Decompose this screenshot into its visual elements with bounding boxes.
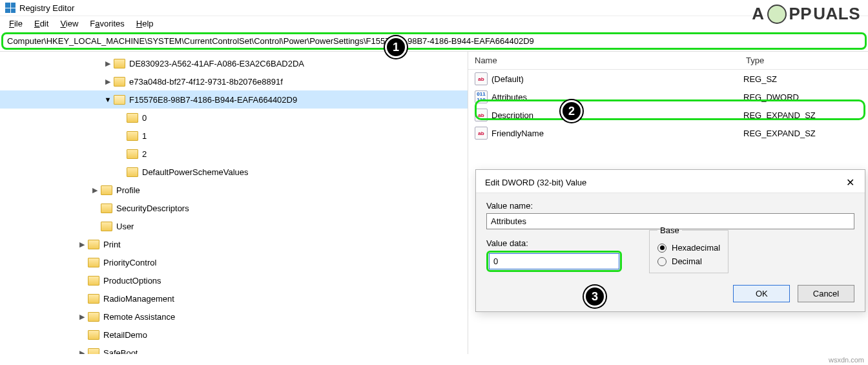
list-row[interactable]: ab FriendlyName REG_EXPAND_SZ	[468, 124, 868, 142]
folder-icon	[88, 240, 99, 249]
tree-item[interactable]: ▶ SafeBoot	[0, 344, 468, 354]
list-row[interactable]: ab (Default) REG_SZ	[468, 70, 868, 88]
tree-item-selected[interactable]: ▼ F15576E8-98B7-4186-B944-EAFA664402D9	[0, 90, 468, 109]
chevron-right-icon[interactable]: ▶	[78, 240, 87, 249]
window-title: Registry Editor	[19, 3, 74, 13]
annotation-badge-3: 3	[584, 286, 606, 308]
tree-item[interactable]: ▶ e73a048d-bf27-4f12-9731-8b2076e8891f	[0, 72, 468, 90]
string-value-icon: ab	[475, 72, 488, 85]
tree-pane[interactable]: ▶ DE830923-A562-41AF-A086-E3A2C6BAD2DA ▶…	[0, 52, 468, 354]
tree-label: DE830923-A562-41AF-A086-E3A2C6BAD2DA	[129, 59, 309, 68]
tree-label: User	[116, 222, 139, 231]
tree-label: RadioManagement	[103, 294, 180, 304]
tree-item[interactable]: ▶ Profile	[0, 181, 468, 199]
folder-icon	[127, 113, 138, 123]
tree-item[interactable]: ProductOptions	[0, 271, 468, 289]
folder-icon	[101, 222, 112, 231]
list-row-attributes[interactable]: 011110 Attributes REG_DWORD	[468, 88, 868, 106]
radio-dec-label: Decimal	[672, 256, 702, 266]
tree-label: PriorityControl	[103, 258, 161, 267]
chevron-right-icon[interactable]: ▶	[90, 186, 99, 194]
string-value-icon: ab	[475, 109, 488, 121]
value-type: REG_EXPAND_SZ	[743, 110, 868, 120]
folder-icon	[114, 77, 125, 87]
base-group: Base Hexadecimal Decimal	[649, 225, 728, 273]
list-row[interactable]: ab Description REG_EXPAND_SZ	[468, 106, 868, 124]
value-name: FriendlyName	[491, 129, 743, 138]
value-type: REG_EXPAND_SZ	[743, 129, 868, 138]
tree-label: SafeBoot	[103, 348, 143, 355]
folder-icon	[88, 312, 99, 322]
address-bar[interactable]: Computer\HKEY_LOCAL_MACHINE\SYSTEM\Curre…	[1, 32, 867, 50]
folder-icon	[88, 258, 99, 267]
watermark: wsxdn.com	[829, 356, 864, 364]
annotation-badge-1: 1	[385, 36, 407, 58]
radio-hex-label: Hexadecimal	[672, 243, 720, 253]
close-icon[interactable]: ✕	[843, 176, 857, 189]
value-name: Description	[491, 110, 743, 120]
folder-icon	[88, 276, 99, 286]
folder-icon	[88, 294, 99, 304]
chevron-right-icon[interactable]: ▶	[78, 349, 87, 355]
chevron-right-icon[interactable]: ▶	[103, 59, 112, 68]
edit-dword-dialog: Edit DWORD (32-bit) Value ✕ Value name: …	[475, 169, 865, 312]
dword-value-icon: 011110	[475, 90, 488, 103]
col-name[interactable]: Name	[468, 56, 739, 65]
folder-icon	[88, 348, 99, 355]
window-titlebar: Registry Editor	[0, 0, 868, 16]
tree-item[interactable]: ▶ Print	[0, 235, 468, 253]
dialog-title: Edit DWORD (32-bit) Value	[485, 178, 586, 187]
tree-label: SecurityDescriptors	[116, 203, 194, 213]
menu-edit[interactable]: Edit	[29, 17, 54, 30]
col-type[interactable]: Type	[739, 56, 868, 65]
menu-help[interactable]: Help	[131, 17, 159, 30]
value-data-highlight	[486, 251, 622, 272]
menubar: File Edit View Favorites Help	[0, 16, 868, 31]
radio-hex[interactable]: Hexadecimal	[657, 243, 720, 253]
tree-label: e73a048d-bf27-4f12-9731-8b2076e8891f	[129, 77, 288, 87]
menu-favorites[interactable]: Favorites	[85, 17, 129, 30]
tree-label: Profile	[116, 185, 145, 195]
menu-file[interactable]: File	[4, 17, 28, 30]
value-name: (Default)	[491, 74, 743, 84]
tree-label: 2	[142, 149, 152, 159]
tree-label: 1	[142, 131, 152, 141]
tree-label: Print	[103, 240, 126, 249]
radio-icon	[657, 244, 666, 253]
string-value-icon: ab	[475, 127, 488, 140]
tree-label: DefaultPowerSchemeValues	[142, 167, 254, 177]
tree-item[interactable]: RetailDemo	[0, 326, 468, 344]
radio-dec[interactable]: Decimal	[657, 256, 720, 266]
folder-icon	[114, 95, 125, 105]
tree-item[interactable]: 2	[0, 145, 468, 163]
tree-item[interactable]: PriorityControl	[0, 253, 468, 271]
folder-icon	[127, 149, 138, 159]
list-header[interactable]: Name Type	[468, 52, 868, 70]
annotation-badge-2: 2	[561, 100, 583, 122]
address-text: Computer\HKEY_LOCAL_MACHINE\SYSTEM\Curre…	[7, 36, 534, 46]
tree-item[interactable]: ▶ Remote Assistance	[0, 308, 468, 326]
tree-label: 0	[142, 113, 152, 123]
menu-view[interactable]: View	[55, 17, 83, 30]
brand-logo: A PP UALS	[752, 4, 860, 24]
chevron-right-icon[interactable]: ▶	[78, 313, 87, 321]
value-type: REG_DWORD	[743, 92, 868, 102]
tree-item[interactable]: DefaultPowerSchemeValues	[0, 163, 468, 181]
tree-item[interactable]: SecurityDescriptors	[0, 199, 468, 217]
value-type: REG_SZ	[743, 74, 868, 84]
value-data-input[interactable]	[489, 253, 619, 269]
folder-icon	[101, 185, 112, 195]
folder-icon	[127, 131, 138, 141]
value-name-label: Value name:	[486, 201, 854, 211]
folder-icon	[114, 59, 125, 68]
folder-icon	[101, 203, 112, 213]
ok-button[interactable]: OK	[733, 285, 790, 302]
tree-item[interactable]: 0	[0, 109, 468, 127]
cancel-button[interactable]: Cancel	[798, 285, 854, 302]
tree-item[interactable]: 1	[0, 127, 468, 145]
chevron-right-icon[interactable]: ▶	[103, 78, 112, 86]
tree-item[interactable]: RadioManagement	[0, 289, 468, 308]
tree-label: Remote Assistance	[103, 312, 180, 322]
tree-item[interactable]: User	[0, 217, 468, 235]
chevron-down-icon[interactable]: ▼	[103, 96, 112, 103]
